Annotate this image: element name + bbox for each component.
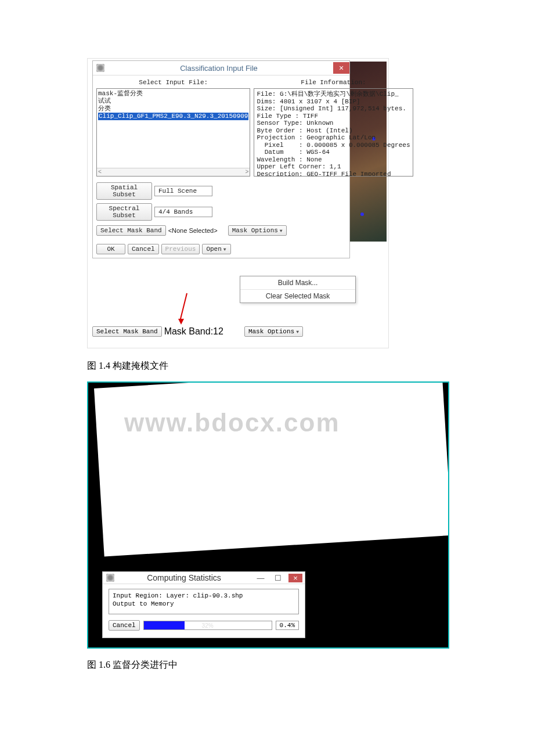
list-item[interactable]: 分类 bbox=[98, 105, 248, 113]
file-info-panel: File: G:\科目\数字天地实习\剩余数据\Clip_ Dims: 4801… bbox=[254, 88, 413, 177]
stats-text: Input Region: Layer: clip-90.3.shp Outpu… bbox=[109, 589, 299, 614]
figure-1-6: www.bdocx.com Computing Statistics — ☐ ×… bbox=[87, 381, 449, 649]
envi-icon bbox=[106, 574, 114, 582]
build-mask-item[interactable]: Build Mask... bbox=[240, 276, 355, 290]
previous-button: Previous bbox=[161, 244, 200, 254]
right-column: File Information: File: G:\科目\数字天地实习\剩余数… bbox=[254, 78, 413, 177]
mask-options-label: Mask Options bbox=[232, 227, 278, 234]
progress-row: Cancel 32% 0.4% bbox=[109, 620, 299, 631]
select-mask-band-button[interactable]: Select Mask Band bbox=[92, 326, 162, 337]
close-icon[interactable]: × bbox=[288, 574, 302, 582]
mask-options-button[interactable]: Mask Options ▼ bbox=[244, 326, 303, 337]
progress-inner-pct: 32% bbox=[144, 621, 272, 629]
stats-body: Input Region: Layer: clip-90.3.shp Outpu… bbox=[103, 584, 305, 638]
mask-options-label: Mask Options bbox=[248, 328, 294, 335]
figure-1-4: Classification Input File × Select Input… bbox=[87, 58, 389, 348]
chevron-down-icon: ▼ bbox=[296, 329, 299, 334]
progress-bar: 32% bbox=[143, 621, 272, 630]
dialog-body: Select Input File: mask-监督分类 试试 分类 Clip_… bbox=[93, 75, 349, 179]
open-label: Open bbox=[206, 246, 221, 253]
list-item[interactable]: 试试 bbox=[98, 98, 248, 105]
red-arrow-head bbox=[178, 319, 184, 325]
stats-title: Computing Statistics bbox=[114, 573, 254, 582]
open-button[interactable]: Open ▼ bbox=[202, 244, 231, 254]
stats-titlebar: Computing Statistics — ☐ × bbox=[103, 572, 305, 584]
list-item[interactable]: mask-监督分类 bbox=[98, 90, 248, 98]
h-scrollbar[interactable]: <> bbox=[97, 168, 250, 176]
figure-caption-1: 图 1.4 构建掩模文件 bbox=[87, 360, 453, 372]
input-file-list[interactable]: mask-监督分类 试试 分类 Clip_Clip_GF1_PMS2_E90.3… bbox=[96, 88, 250, 177]
red-arrow bbox=[179, 293, 187, 322]
figure-caption-2: 图 1.6 监督分类进行中 bbox=[87, 659, 453, 671]
mask-row: Select Mask Band <None Selected> Mask Op… bbox=[93, 225, 349, 239]
dialog-title: Classification Input File bbox=[104, 64, 333, 73]
progress-pct: 0.4% bbox=[276, 621, 299, 630]
mask-band-value: <None Selected> bbox=[168, 227, 218, 234]
spectral-subset-button[interactable]: Spectral Subset bbox=[96, 203, 152, 221]
classification-dialog: Classification Input File × Select Input… bbox=[92, 60, 350, 258]
left-column: Select Input File: mask-监督分类 试试 分类 Clip_… bbox=[96, 78, 250, 177]
minimize-icon[interactable]: — bbox=[254, 574, 268, 582]
ok-button[interactable]: OK bbox=[96, 244, 125, 254]
cancel-button[interactable]: Cancel bbox=[128, 244, 159, 254]
list-item-selected[interactable]: Clip_Clip_GF1_PMS2_E90.3_N29.3_20150909 bbox=[98, 113, 248, 120]
spatial-subset-row: Spatial Subset Full Scene bbox=[96, 182, 349, 200]
bottom-mask-row: Select Mask Band Mask Band:12 Mask Optio… bbox=[92, 326, 303, 337]
computing-statistics-dialog: Computing Statistics — ☐ × Input Region:… bbox=[102, 571, 305, 638]
chevron-down-icon: ▼ bbox=[280, 228, 283, 233]
spatial-subset-button[interactable]: Spatial Subset bbox=[96, 182, 152, 200]
cancel-button[interactable]: Cancel bbox=[109, 620, 140, 631]
select-input-label: Select Input File: bbox=[96, 79, 250, 86]
watermark: www.bdocx.com bbox=[124, 408, 340, 437]
chevron-down-icon: ▼ bbox=[223, 247, 226, 252]
mask-band-value: Mask Band:12 bbox=[164, 326, 223, 337]
dialog-button-row: OK Cancel Previous Open ▼ bbox=[96, 244, 346, 254]
dialog-titlebar: Classification Input File × bbox=[93, 61, 349, 75]
clear-mask-item[interactable]: Clear Selected Mask bbox=[240, 290, 355, 303]
envi-icon bbox=[96, 64, 104, 72]
spatial-subset-value: Full Scene bbox=[154, 186, 212, 196]
file-info-label: File Information: bbox=[254, 79, 413, 86]
spectral-subset-value: 4/4 Bands bbox=[154, 207, 212, 217]
mask-options-popup: Build Mask... Clear Selected Mask bbox=[240, 276, 356, 303]
close-icon[interactable]: × bbox=[333, 62, 349, 74]
mask-options-button[interactable]: Mask Options ▼ bbox=[228, 225, 287, 236]
maximize-icon[interactable]: ☐ bbox=[271, 574, 285, 582]
spectral-subset-row: Spectral Subset 4/4 Bands bbox=[96, 203, 349, 221]
select-mask-band-button[interactable]: Select Mask Band bbox=[96, 225, 166, 236]
window-controls: — ☐ × bbox=[254, 574, 305, 582]
